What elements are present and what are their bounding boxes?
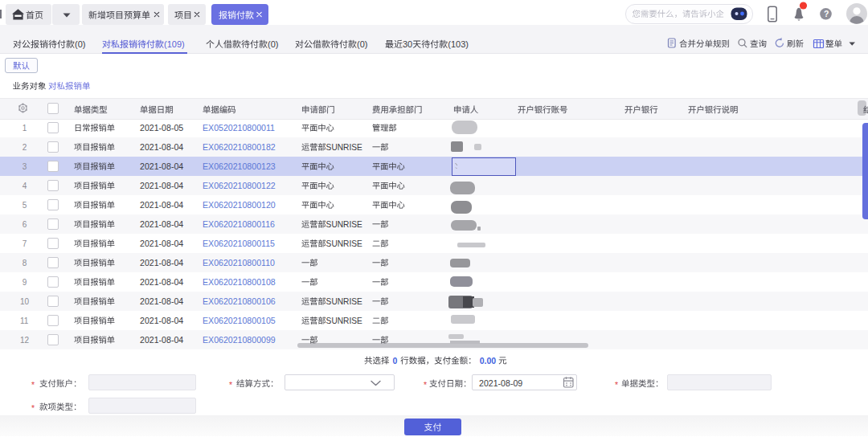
svg-text:EX0620210800105: EX0620210800105 bbox=[203, 316, 276, 325]
svg-text:11: 11 bbox=[20, 316, 29, 325]
svg-text:4: 4 bbox=[23, 182, 27, 190]
svg-text:(0): (0) bbox=[357, 39, 367, 49]
svg-text:6: 6 bbox=[23, 220, 27, 229]
svg-text:30: 30 bbox=[403, 39, 412, 49]
svg-text:EX0620210800122: EX0620210800122 bbox=[203, 181, 276, 190]
svg-text:(0): (0) bbox=[268, 39, 278, 49]
svg-text:EX0520210800011: EX0520210800011 bbox=[203, 123, 275, 133]
svg-text:EX0620210800110: EX0620210800110 bbox=[203, 258, 275, 267]
svg-text:2021-08-04: 2021-08-04 bbox=[140, 239, 183, 248]
svg-text:*: * bbox=[31, 380, 35, 390]
svg-text:2021-08-04: 2021-08-04 bbox=[140, 181, 183, 190]
svg-text:?: ? bbox=[824, 9, 829, 18]
svg-text:2021-08-04: 2021-08-04 bbox=[140, 277, 183, 287]
svg-text:SUNRISE: SUNRISE bbox=[326, 220, 362, 229]
svg-text:2: 2 bbox=[23, 143, 27, 152]
svg-text:EX0620210800116: EX0620210800116 bbox=[203, 219, 275, 229]
svg-text:2021-08-04: 2021-08-04 bbox=[140, 296, 183, 306]
svg-text:SUNRISE: SUNRISE bbox=[326, 316, 362, 325]
svg-text:8: 8 bbox=[23, 259, 27, 267]
svg-text:EX0620210800115: EX0620210800115 bbox=[203, 239, 275, 248]
svg-text:EX0620210800106: EX0620210800106 bbox=[203, 296, 276, 306]
svg-text:EX0620210800182: EX0620210800182 bbox=[203, 142, 276, 152]
svg-text:1: 1 bbox=[23, 124, 27, 133]
svg-text:2021-08-09: 2021-08-09 bbox=[479, 378, 522, 388]
svg-text:7: 7 bbox=[23, 239, 27, 248]
svg-text:(103): (103) bbox=[448, 39, 469, 49]
svg-text:SUNRISE: SUNRISE bbox=[326, 239, 362, 248]
svg-text:2021-08-04: 2021-08-04 bbox=[140, 258, 183, 267]
svg-text:*: * bbox=[31, 403, 35, 413]
svg-text:EX0620210800123: EX0620210800123 bbox=[203, 161, 276, 171]
svg-text:EX0620210800120: EX0620210800120 bbox=[203, 200, 276, 210]
svg-text:2021-08-05: 2021-08-05 bbox=[140, 123, 183, 133]
svg-text:SUNRISE: SUNRISE bbox=[326, 297, 362, 306]
svg-text:2021-08-04: 2021-08-04 bbox=[140, 142, 183, 152]
svg-text:5: 5 bbox=[23, 201, 27, 210]
svg-text:2021-08-04: 2021-08-04 bbox=[140, 161, 183, 171]
svg-text:12: 12 bbox=[20, 336, 30, 345]
svg-text:2021-08-04: 2021-08-04 bbox=[140, 200, 183, 210]
svg-text:(0): (0) bbox=[75, 39, 85, 49]
svg-text:EX0620210800108: EX0620210800108 bbox=[203, 277, 276, 287]
svg-text:0.00: 0.00 bbox=[480, 356, 497, 365]
svg-text:SUNRISE: SUNRISE bbox=[326, 143, 362, 152]
svg-text:*: * bbox=[424, 380, 427, 390]
svg-text:(109): (109) bbox=[164, 39, 185, 49]
svg-text:2021-08-04: 2021-08-04 bbox=[140, 316, 183, 325]
svg-text:*: * bbox=[229, 380, 232, 390]
svg-text:*: * bbox=[615, 380, 618, 390]
svg-text:2021-08-04: 2021-08-04 bbox=[140, 219, 183, 229]
svg-text:EX0620210800099: EX0620210800099 bbox=[203, 335, 276, 345]
svg-text:2021-08-04: 2021-08-04 bbox=[140, 335, 183, 345]
svg-text:10: 10 bbox=[20, 297, 30, 306]
svg-text:9: 9 bbox=[23, 278, 27, 287]
svg-text:3: 3 bbox=[23, 162, 27, 171]
svg-text:0: 0 bbox=[392, 356, 397, 365]
